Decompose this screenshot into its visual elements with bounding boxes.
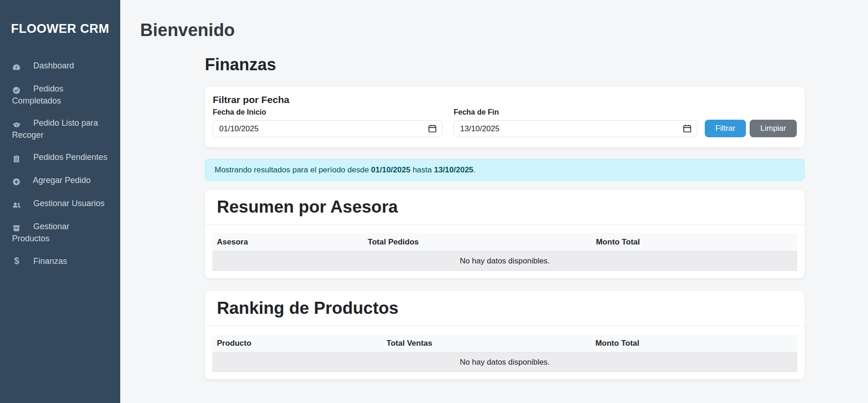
- column-header-producto: Producto: [212, 335, 382, 353]
- finanzas-section: Finanzas Filtrar por Fecha Fecha de Inic…: [205, 55, 805, 379]
- sidebar-item-pedido-listo-para-recoger[interactable]: Pedido Listo para Recoger: [0, 112, 120, 146]
- column-header-asesora: Asesora: [212, 233, 363, 251]
- sidebar: FLOOWER CRM Dashboard Pedidos Completado…: [0, 0, 120, 403]
- start-date-input[interactable]: [213, 120, 443, 137]
- ranking-productos-card: Ranking de Productos Producto Total Vent…: [205, 291, 805, 379]
- alert-text-suffix: .: [474, 165, 476, 174]
- page-title: Bienvenido: [140, 19, 805, 41]
- sidebar-item-pedidos-pendientes[interactable]: Pedidos Pendientes: [0, 146, 120, 169]
- empty-state-message: No hay datos disponibles.: [212, 251, 797, 271]
- results-period-alert: Mostrando resultados para el período des…: [205, 159, 805, 181]
- table-header-row: Asesora Total Pedidos Monto Total: [212, 233, 797, 251]
- empty-state-message: No hay datos disponibles.: [212, 353, 797, 372]
- resumen-asesora-card: Resumen por Asesora Asesora Total Pedido…: [205, 190, 805, 278]
- users-icon: [12, 199, 21, 210]
- tachometer-icon: [12, 61, 21, 72]
- finanzas-section-title: Finanzas: [205, 55, 805, 74]
- table-row: No hay datos disponibles.: [212, 353, 797, 372]
- sidebar-item-label: Gestionar Usuarios: [33, 199, 105, 208]
- resumen-asesora-table: Asesora Total Pedidos Monto Total No hay…: [212, 233, 797, 271]
- filter-button[interactable]: Filtrar: [705, 120, 746, 137]
- box-icon: [12, 222, 21, 233]
- end-date-input[interactable]: [454, 120, 697, 137]
- sidebar-item-gestionar-productos[interactable]: Gestionar Productos: [0, 215, 120, 250]
- end-date-label: Fecha de Fin: [454, 108, 697, 116]
- sidebar-item-finanzas[interactable]: $ Finanzas: [0, 250, 120, 272]
- table-header-row: Producto Total Ventas Monto Total: [212, 335, 797, 353]
- clear-button[interactable]: Limpiar: [750, 120, 797, 137]
- column-header-monto-total: Monto Total: [591, 335, 797, 353]
- date-filter-card: Filtrar por Fecha Fecha de Inicio Fecha …: [205, 86, 805, 147]
- sidebar-item-label: Pedidos Pendientes: [33, 153, 107, 162]
- sidebar-item-dashboard[interactable]: Dashboard: [0, 55, 120, 78]
- dollar-icon: $: [12, 255, 21, 266]
- box-open-icon: [12, 118, 21, 129]
- sidebar-item-label: Finanzas: [33, 256, 67, 266]
- sidebar-item-pedidos-completados[interactable]: Pedidos Completados: [0, 78, 120, 112]
- clipboard-list-icon: [12, 153, 21, 164]
- alert-end-date: 13/10/2025: [434, 165, 473, 174]
- column-header-total-ventas: Total Ventas: [382, 335, 591, 353]
- sidebar-item-agregar-pedido[interactable]: Agregar Pedido: [0, 169, 120, 192]
- column-header-monto-total: Monto Total: [591, 233, 797, 251]
- main-content: Bienvenido Finanzas Filtrar por Fecha Fe…: [120, 0, 868, 403]
- ranking-productos-table: Producto Total Ventas Monto Total No hay…: [212, 335, 797, 372]
- resumen-asesora-title: Resumen por Asesora: [217, 196, 793, 218]
- filter-title: Filtrar por Fecha: [213, 94, 797, 106]
- sidebar-nav: Dashboard Pedidos Completados Pedido Lis…: [0, 55, 120, 272]
- ranking-productos-title: Ranking de Productos: [217, 298, 793, 319]
- app-logo: FLOOWER CRM: [0, 0, 120, 36]
- alert-start-date: 01/10/2025: [371, 165, 410, 174]
- sidebar-item-label: Pedido Listo para Recoger: [12, 118, 98, 140]
- alert-text-prefix: Mostrando resultados para el período des…: [215, 165, 371, 174]
- sidebar-item-gestionar-usuarios[interactable]: Gestionar Usuarios: [0, 192, 120, 215]
- start-date-label: Fecha de Inicio: [213, 108, 443, 116]
- sidebar-item-label: Agregar Pedido: [33, 176, 91, 185]
- check-circle-icon: [12, 84, 21, 95]
- alert-text-middle: hasta: [410, 165, 434, 174]
- column-header-total-pedidos: Total Pedidos: [363, 233, 591, 251]
- table-row: No hay datos disponibles.: [212, 251, 797, 271]
- plus-circle-icon: [12, 176, 21, 187]
- sidebar-item-label: Dashboard: [33, 61, 74, 70]
